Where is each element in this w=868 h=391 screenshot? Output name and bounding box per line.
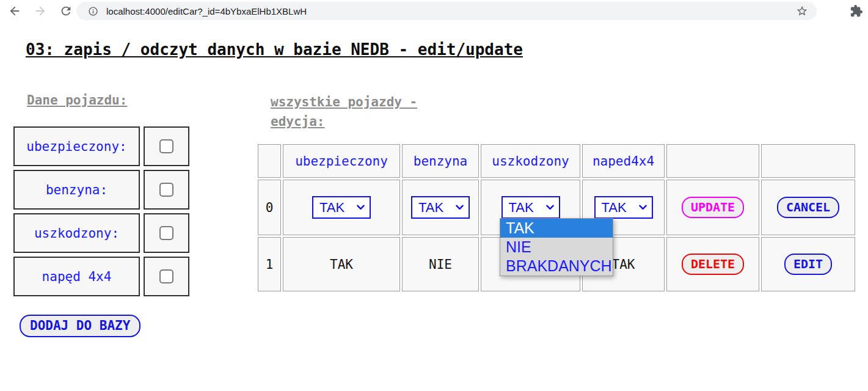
uszkodzony-select[interactable]: TAK	[501, 196, 560, 219]
reload-icon[interactable]	[59, 4, 73, 18]
row-index: 1	[258, 237, 281, 291]
field-label: napęd 4x4	[13, 257, 140, 296]
field-label: uszkodzony:	[13, 213, 140, 253]
naped4x4-checkbox[interactable]	[159, 269, 173, 283]
disabled-extension-icon[interactable]	[825, 4, 838, 17]
add-to-db-button[interactable]: DODAJ DO BAZY	[20, 315, 140, 337]
page-title: 03: zapis / odczyt danych w bazie NEDB -…	[26, 40, 523, 59]
popup-option-tak[interactable]: TAK	[500, 219, 613, 238]
cars-header-row: ubezpieczony benzyna uszkodzony naped4x4	[258, 144, 855, 178]
popup-option-brakdanych[interactable]: BRAKDANYCH	[500, 257, 613, 276]
bookmark-star-icon[interactable]	[796, 5, 808, 17]
right-section-heading: wszystkie pojazdy - edycja:	[271, 93, 448, 131]
delete-button[interactable]: DELETE	[682, 254, 744, 275]
cancel-button[interactable]: CANCEL	[777, 197, 839, 218]
uszkodzony-checkbox[interactable]	[159, 226, 173, 240]
popup-option-nie[interactable]: NIE	[500, 238, 613, 257]
col-header-uszkodzony: uszkodzony	[481, 144, 580, 178]
benzyna-value: NIE	[402, 237, 479, 291]
address-bar[interactable]: localhost:4000/editCar?_id=4bYbxaElHb1XB…	[76, 2, 817, 20]
col-header-action1	[666, 144, 759, 178]
field-label: benzyna:	[13, 170, 140, 210]
browser-toolbar: localhost:4000/editCar?_id=4bYbxaElHb1XB…	[0, 0, 868, 22]
field-label: ubezpieczony:	[13, 126, 140, 166]
col-header-action2	[761, 144, 855, 178]
row-index: 0	[258, 180, 281, 235]
naped4x4-select[interactable]: TAK	[594, 196, 653, 219]
col-header-benzyna: benzyna	[402, 144, 479, 178]
ubezpieczony-value: TAK	[283, 237, 400, 291]
url-text[interactable]: localhost:4000/editCar?_id=4bYbxaElHb1XB…	[106, 6, 796, 16]
forward-icon[interactable]	[34, 4, 47, 18]
chevron-down-icon	[456, 205, 464, 210]
benzyna-select[interactable]: TAK	[411, 196, 470, 219]
form-row-uszkodzony: uszkodzony:	[13, 213, 189, 253]
col-header-naped4x4: naped4x4	[582, 144, 665, 178]
edit-button[interactable]: EDIT	[784, 254, 832, 275]
form-row-ubezpieczony: ubezpieczony:	[13, 126, 189, 166]
update-button[interactable]: UPDATE	[682, 197, 744, 218]
uszkodzony-select-popup: TAK NIE BRAKDANYCH	[500, 218, 613, 276]
chevron-down-icon	[357, 205, 365, 210]
col-header-index	[258, 144, 281, 178]
chevron-down-icon	[639, 205, 647, 210]
left-section-heading: Dane pojazdu:	[27, 93, 127, 108]
page-info-icon[interactable]	[88, 6, 98, 16]
extensions-puzzle-icon[interactable]	[850, 4, 863, 18]
ubezpieczony-checkbox[interactable]	[159, 139, 173, 153]
ubezpieczony-select[interactable]: TAK	[312, 196, 371, 219]
form-row-benzyna: benzyna:	[13, 170, 189, 210]
chevron-down-icon	[546, 205, 554, 210]
benzyna-checkbox[interactable]	[159, 183, 173, 197]
col-header-ubezpieczony: ubezpieczony	[283, 144, 400, 178]
back-icon[interactable]	[8, 4, 21, 18]
car-form-table: ubezpieczony: benzyna: uszkodzony: napęd…	[10, 123, 193, 300]
form-row-naped4x4: napęd 4x4	[13, 257, 189, 296]
